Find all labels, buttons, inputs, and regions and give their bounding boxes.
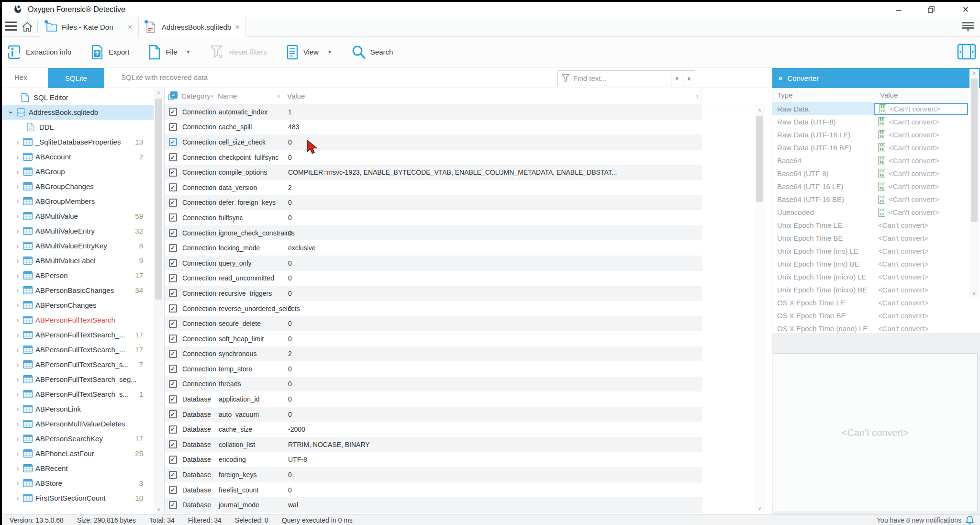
chevron-right-icon[interactable]: › (12, 242, 23, 250)
chevron-right-icon[interactable]: › (12, 182, 23, 191)
converter-header[interactable]: » Converter (772, 68, 980, 88)
tab-list-menu-icon[interactable]: ▾ (961, 21, 975, 34)
table-row-soft-heap-limit[interactable]: ✓Connectionsoft_heap_limit0 (165, 331, 702, 346)
file-button[interactable]: File ▼ (148, 45, 190, 60)
chevron-right-icon[interactable]: › (12, 390, 23, 399)
converter-row-os-x-epoch-time-le[interactable]: OS X Epoch Time LE<Can't convert> (772, 296, 980, 309)
column-header-category[interactable]: Category ∨ (180, 88, 215, 104)
chevron-right-icon[interactable]: › (12, 375, 23, 384)
row-checkbox[interactable]: ✓ (169, 183, 177, 191)
notifications[interactable]: You have 8 new notifications (877, 515, 974, 525)
tree-item-abrecent[interactable]: ›ABRecent (0, 461, 164, 476)
table-row-cache-spill[interactable]: ✓Connectioncache_spill483 (165, 120, 702, 135)
close-button[interactable]: × (956, 3, 975, 16)
tree-item-abaccount[interactable]: ›ABAccount2 (0, 149, 164, 164)
tab-sqlite-recovered[interactable]: SQLite with recovered data (121, 73, 208, 81)
row-checkbox[interactable]: ✓ (169, 304, 177, 313)
chevron-right-icon[interactable]: › (12, 316, 23, 324)
chevron-right-icon[interactable]: › (12, 479, 23, 488)
hamburger-menu-icon[interactable] (5, 22, 17, 31)
chevron-right-icon[interactable]: › (12, 257, 23, 265)
tree-item-abmultivalueentry[interactable]: ›ABMultiValueEntry32 (0, 223, 164, 238)
chevron-right-icon[interactable]: › (12, 138, 23, 146)
row-checkbox[interactable]: ✓ (169, 289, 177, 297)
row-checkbox[interactable]: ✓ (169, 229, 177, 237)
scroll-up-icon[interactable]: ∧ (154, 90, 164, 95)
converter-row-unix-epoch-time-micro-be[interactable]: Unix Epoch Time (micro) BE<Can't convert… (772, 283, 980, 296)
converter-scrollbar[interactable]: ∧ ∨ (969, 69, 979, 298)
tree-item-abmultivaluelabel[interactable]: ›ABMultiValueLabel9 (0, 253, 164, 268)
row-checkbox[interactable]: ✓ (169, 380, 177, 388)
tab-sqlite[interactable]: SQLite (48, 68, 104, 88)
tree-item-abperson[interactable]: ›ABPerson17 (0, 268, 164, 283)
chevron-right-icon[interactable]: › (12, 420, 23, 428)
table-row-data-version[interactable]: ✓Connectiondata_version2 (165, 180, 702, 195)
tree-item-abmultivalue[interactable]: ›ABMultiValue59 (0, 209, 164, 223)
table-row-checkpoint-fullfsync[interactable]: ✓Connectioncheckpoint_fullfsync0 (165, 150, 702, 165)
tree-item-abpersonfulltextsearch[interactable]: ›ABPersonFullTextSearch_...17 (0, 342, 164, 357)
row-checkbox[interactable]: ✓ (169, 365, 177, 373)
tree-item-abgroup[interactable]: ›ABGroup (0, 164, 164, 179)
chevron-right-icon[interactable]: › (12, 271, 23, 280)
chevron-right-icon[interactable]: › (12, 449, 23, 458)
row-checkbox[interactable]: ✓ (169, 108, 177, 116)
export-button[interactable]: Export (90, 45, 129, 60)
table-row-ignore-check-constraints[interactable]: ✓Connectionignore_check_constraints0 (165, 225, 702, 241)
converter-row-unix-epoch-time-be[interactable]: Unix Epoch Time BE<Can't convert> (772, 232, 980, 245)
table-row-automatic-index[interactable]: ✓Connectionautomatic_index1 (165, 104, 702, 120)
converter-row-raw-data[interactable]: Raw DataEBF0<Can't convert> (772, 102, 980, 115)
row-checkbox[interactable]: ✓ (169, 138, 177, 146)
row-checkbox[interactable]: ✓ (169, 456, 177, 464)
table-row-threads[interactable]: ✓Connectionthreads0 (165, 377, 702, 392)
table-row-temp-store[interactable]: ✓Connectiontemp_store0 (165, 361, 702, 377)
row-checkbox[interactable]: ✓ (169, 259, 177, 267)
chevron-right-icon[interactable]: › (12, 227, 23, 235)
chevron-right-icon[interactable]: › (12, 405, 23, 413)
row-checkbox[interactable]: ✓ (169, 153, 177, 161)
table-row-freelist-count[interactable]: ✓Databasefreelist_count0 (165, 482, 702, 498)
find-next-button[interactable]: ∨ (683, 70, 695, 86)
row-checkbox[interactable]: ✓ (169, 440, 177, 448)
row-checkbox[interactable]: ✓ (169, 244, 177, 252)
scroll-up-icon[interactable]: ∧ (969, 70, 979, 76)
scroll-down-icon[interactable]: ∨ (154, 507, 164, 512)
tree-item-abpersonsearchkey[interactable]: ›ABPersonSearchKey17 (0, 431, 164, 446)
scroll-down-icon[interactable]: ∨ (969, 291, 979, 296)
chevron-right-icon[interactable]: › (12, 435, 23, 443)
row-checkbox[interactable]: ✓ (169, 410, 177, 418)
table-row-fullfsync[interactable]: ✓Connectionfullfsync0 (165, 210, 702, 225)
filter-chevron-icon[interactable]: ∨ (696, 93, 702, 99)
find-previous-button[interactable]: ∧ (671, 70, 683, 86)
scrollbar-thumb[interactable] (756, 116, 763, 202)
converter-row-raw-data-utf-16-be[interactable]: Raw Data (UTF-16 BE)EBF0<Can't convert> (772, 141, 980, 154)
tree-item-sqlitedatabaseproperties[interactable]: ›_SqliteDatabaseProperties13 (0, 134, 164, 149)
row-checkbox[interactable]: ✓ (169, 471, 177, 479)
tree-item-abpersonfulltextsearch[interactable]: ›ABPersonFullTextSearch (0, 313, 164, 327)
chevron-right-icon[interactable]: › (12, 212, 23, 221)
chevron-right-icon[interactable]: › (12, 153, 23, 161)
converter-row-unix-epoch-time-ms-be[interactable]: Unix Epoch Time (ms) BE<Can't convert> (772, 257, 980, 270)
tree-item-sql-editor[interactable]: SQL Editor (0, 90, 164, 105)
row-checkbox[interactable]: ✓ (169, 395, 177, 403)
scroll-down-icon[interactable]: ∨ (755, 506, 765, 511)
row-checkbox[interactable]: ✓ (169, 274, 177, 282)
table-row-recursive-triggers[interactable]: ✓Connectionrecursive_triggers0 (165, 286, 702, 301)
view-button[interactable]: View ▼ (286, 45, 332, 60)
column-header-value[interactable]: Value (876, 91, 898, 99)
tree-item-abpersonfulltextsearch[interactable]: ›ABPersonFullTextSearch_...17 (0, 327, 164, 342)
row-checkbox[interactable]: ✓ (169, 168, 177, 177)
table-row-cell-size-check[interactable]: ✓Connectioncell_size_check0 (165, 134, 702, 150)
table-row-query-only[interactable]: ✓Connectionquery_only0 (165, 256, 702, 271)
row-checkbox[interactable]: ✓ (169, 425, 177, 434)
row-checkbox[interactable]: ✓ (169, 123, 177, 131)
tree-item-firstsortsectioncount[interactable]: ›FirstSortSectionCount10 (0, 491, 164, 505)
converter-row-base64-utf-16-be[interactable]: Base64 (UTF-16 BE)EBF0<Can't convert> (772, 193, 980, 206)
table-row-encoding[interactable]: ✓DatabaseencodingUTF-8 (165, 452, 702, 468)
scrollbar-thumb[interactable] (971, 78, 978, 222)
column-header-value[interactable]: Value ∨ (283, 88, 702, 104)
tab-hex[interactable]: Hex (14, 73, 27, 81)
sidebar-scrollbar[interactable]: ∧ ∨ (154, 88, 164, 514)
table-row-journal-mode[interactable]: ✓Databasejournal_modewal (165, 497, 702, 513)
column-header-name[interactable]: Name ∨ (215, 88, 283, 104)
converter-row-base64-utf-16-le[interactable]: Base64 (UTF-16 LE)EBF0<Can't convert> (772, 180, 980, 193)
